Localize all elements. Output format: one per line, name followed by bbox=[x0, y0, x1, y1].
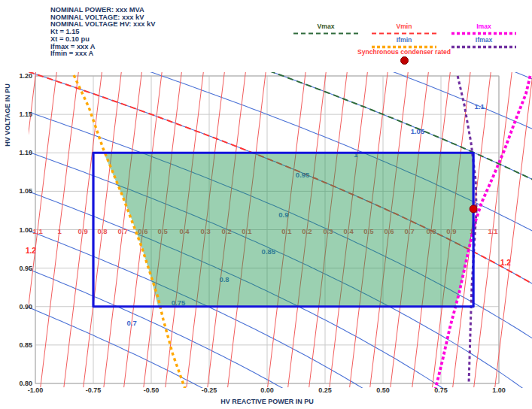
svg-text:0.75: 0.75 bbox=[434, 386, 448, 394]
svg-text:1: 1 bbox=[57, 227, 62, 235]
svg-text:1.05: 1.05 bbox=[411, 127, 425, 135]
svg-text:1.00: 1.00 bbox=[492, 386, 506, 394]
svg-text:-0.75: -0.75 bbox=[86, 386, 102, 394]
svg-text:1.20: 1.20 bbox=[19, 72, 32, 80]
svg-text:0.95: 0.95 bbox=[19, 265, 32, 272]
svg-text:1.05: 1.05 bbox=[19, 187, 32, 195]
svg-text:1.15: 1.15 bbox=[19, 111, 32, 118]
svg-text:-1.00: -1.00 bbox=[28, 386, 44, 394]
capability-chart-page: 0.70.750.80.850.90.9511.051.11.110.90.80… bbox=[0, 0, 532, 409]
svg-text:-0.25: -0.25 bbox=[202, 386, 217, 394]
svg-text:0.80: 0.80 bbox=[19, 380, 32, 387]
capability-chart: 0.70.750.80.850.90.9511.051.11.110.90.80… bbox=[0, 0, 532, 409]
svg-text:0.50: 0.50 bbox=[376, 386, 390, 394]
svg-text:1.1: 1.1 bbox=[32, 227, 43, 235]
svg-text:0.7: 0.7 bbox=[118, 227, 128, 235]
ifmin-line: Ifmin = xxx A bbox=[50, 50, 155, 58]
rated-point-dot bbox=[470, 205, 477, 213]
svg-text:-0.50: -0.50 bbox=[144, 386, 160, 394]
svg-text:0.9: 0.9 bbox=[78, 227, 88, 235]
nominal-parameters: NOMINAL POWER: xxx MVA NOMINAL VOLTAGE: … bbox=[50, 7, 155, 58]
x-axis-tick-labels: -1.00-0.75-0.50-0.250.000.250.500.751.00 bbox=[28, 386, 506, 394]
y-axis-title: HV VOLTAGE IN PU bbox=[4, 83, 11, 147]
svg-text:0.90: 0.90 bbox=[19, 303, 32, 311]
svg-text:0.8: 0.8 bbox=[97, 227, 107, 235]
svg-text:1.1: 1.1 bbox=[488, 227, 498, 235]
svg-text:1.1: 1.1 bbox=[475, 102, 485, 111]
svg-text:0.00: 0.00 bbox=[260, 386, 274, 394]
svg-text:0.7: 0.7 bbox=[127, 319, 137, 327]
svg-text:1.10: 1.10 bbox=[19, 149, 32, 156]
operating-region-fill bbox=[104, 153, 473, 307]
x-axis-title: HV REACTIVE POWER IN PU bbox=[220, 398, 314, 405]
field-line-outer-label: 1.2 bbox=[500, 259, 511, 267]
svg-text:0.25: 0.25 bbox=[318, 386, 332, 394]
field-line-outer-label: 1.2 bbox=[26, 247, 36, 255]
svg-text:1.00: 1.00 bbox=[19, 226, 32, 234]
svg-text:0.85: 0.85 bbox=[19, 341, 32, 349]
